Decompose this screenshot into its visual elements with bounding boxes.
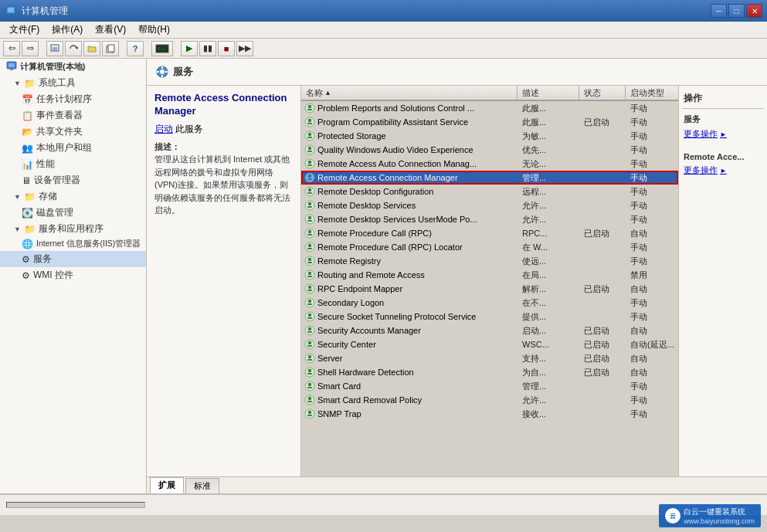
service-detail-title: Remote Access Connection Manager: [154, 92, 293, 118]
maximize-button[interactable]: □: [728, 4, 745, 18]
minimize-button[interactable]: ─: [711, 4, 727, 18]
list-item[interactable]: Server支持...已启动自动: [301, 351, 678, 365]
folder-button[interactable]: [83, 41, 100, 56]
stop-button[interactable]: ■: [218, 41, 235, 56]
service-icon: [304, 200, 315, 211]
sidebar-device-manager[interactable]: 🖥 设备管理器: [0, 172, 146, 188]
svg-rect-32: [308, 161, 311, 164]
svg-rect-35: [308, 175, 311, 178]
play-button[interactable]: ▶: [181, 41, 198, 56]
back-button[interactable]: ⇦: [3, 41, 20, 56]
sidebar-performance[interactable]: 📊 性能: [0, 156, 146, 172]
svg-rect-42: [307, 206, 312, 208]
more-actions-link[interactable]: 更多操作 ►: [682, 127, 764, 141]
list-item[interactable]: Remote Registry使远...手动: [301, 254, 678, 268]
sidebar-computer-management[interactable]: 计算机管理(本地): [0, 59, 146, 75]
menu-help[interactable]: 帮助(H): [132, 22, 176, 38]
sidebar-system-tools[interactable]: ▼ 📁 系统工具: [0, 75, 146, 91]
menu-action[interactable]: 操作(A): [46, 22, 89, 38]
svg-rect-62: [308, 300, 311, 303]
list-item[interactable]: RPC Endpoint Mapper解析...已启动自动: [301, 282, 678, 296]
list-item[interactable]: Remote Access Auto Connection Manag...无论…: [301, 157, 678, 171]
main-layout: 计算机管理(本地) ▼ 📁 系统工具 📅 任务计划程序 📋 事件查看器 📂 共享…: [0, 59, 767, 493]
forward-button[interactable]: ⇨: [22, 41, 39, 56]
service-icon: [304, 353, 315, 364]
list-item[interactable]: Quality Windows Audio Video Experience优先…: [301, 143, 678, 157]
tab-extended[interactable]: 扩展: [150, 477, 184, 493]
actions-panel-title: 操作: [682, 89, 764, 109]
sidebar-services[interactable]: ⚙ 服务: [0, 251, 146, 267]
pause-button[interactable]: ▮▮: [199, 41, 216, 56]
svg-rect-74: [308, 355, 311, 358]
list-item[interactable]: Remote Access Connection Manager管理...手动: [301, 171, 678, 185]
list-item[interactable]: Protected Storage为敏...手动: [301, 129, 678, 143]
status-bar: [0, 493, 767, 515]
services-folder-icon: 📁: [24, 224, 36, 235]
list-item[interactable]: Security Accounts Manager启动...已启动自动: [301, 324, 678, 337]
list-item[interactable]: Security CenterWSC...已启动自动(延迟...: [301, 337, 678, 351]
service-icon: [304, 408, 315, 419]
tab-standard[interactable]: 标准: [185, 478, 219, 493]
status-slider[interactable]: [6, 502, 145, 508]
restart-button[interactable]: ▶▶: [236, 41, 253, 56]
list-item[interactable]: SNMP Trap接收...手动: [301, 407, 678, 421]
menu-view[interactable]: 查看(V): [89, 22, 132, 38]
svg-rect-81: [307, 387, 312, 388]
services-list-rows: Problem Reports and Solutions Control ..…: [301, 101, 678, 476]
sidebar-disk-management[interactable]: 💽 磁盘管理: [0, 205, 146, 221]
bottom-tabs: 扩展 标准: [147, 476, 767, 493]
sidebar-label-storage: 存储: [39, 190, 57, 203]
svg-rect-60: [307, 290, 312, 291]
refresh-button[interactable]: [65, 41, 82, 56]
up-button[interactable]: [46, 41, 63, 56]
svg-rect-3: [53, 47, 57, 50]
copy-button[interactable]: [102, 41, 119, 56]
sidebar-event-viewer[interactable]: 📋 事件查看器: [0, 107, 146, 124]
event-icon: 📋: [22, 110, 33, 121]
sidebar-storage[interactable]: ▼ 📁 存储: [0, 188, 146, 205]
sidebar-task-scheduler[interactable]: 📅 任务计划程序: [0, 91, 146, 107]
list-item[interactable]: Smart Card管理...手动: [301, 379, 678, 393]
list-item[interactable]: Remote Desktop Services允许...手动: [301, 198, 678, 212]
svg-rect-36: [307, 178, 312, 180]
service-icon: [304, 381, 315, 391]
sidebar-local-users[interactable]: 👥 本地用户和组: [0, 140, 146, 156]
sidebar-label-computer: 计算机管理(本地): [20, 61, 85, 73]
svg-rect-63: [307, 303, 312, 305]
col-header-desc[interactable]: 描述: [518, 86, 579, 100]
list-item[interactable]: Remote Procedure Call (RPC)RPC...已启动自动: [301, 226, 678, 240]
list-item[interactable]: Routing and Remote Access在局...禁用: [301, 268, 678, 282]
service-icon: [304, 117, 315, 127]
sidebar-iis[interactable]: 🌐 Internet 信息服务(IIS)管理器: [0, 237, 146, 251]
more-actions-link-2[interactable]: 更多操作 ►: [682, 163, 764, 178]
sidebar-shared-folders[interactable]: 📂 共享文件夹: [0, 124, 146, 140]
list-item[interactable]: Remote Desktop Services UserMode Po...允许…: [301, 212, 678, 226]
svg-rect-20: [308, 105, 311, 108]
window-title: 计算机管理: [22, 5, 711, 18]
list-item[interactable]: Secondary Logon在不...手动: [301, 296, 678, 310]
service-icon: [304, 186, 315, 197]
list-item[interactable]: Program Compatibility Assistant Service此…: [301, 115, 678, 129]
col-header-name[interactable]: 名称 ▲: [301, 86, 518, 100]
service-start-link[interactable]: 启动 此服务: [154, 123, 293, 136]
list-item[interactable]: Remote Desktop Configuration远程...手动: [301, 185, 678, 198]
sidebar-wmi[interactable]: ⚙ WMI 控件: [0, 267, 146, 283]
close-button[interactable]: ✕: [746, 4, 762, 18]
title-bar: 计算机管理 ─ □ ✕: [0, 0, 767, 22]
sidebar-label-users: 本地用户和组: [36, 141, 92, 154]
storage-folder-icon: 📁: [24, 191, 36, 202]
list-item[interactable]: Secure Socket Tunneling Protocol Service…: [301, 310, 678, 324]
list-item[interactable]: Problem Reports and Solutions Control ..…: [301, 101, 678, 115]
list-item[interactable]: Shell Hardware Detection为自...已启动自动: [301, 365, 678, 379]
col-header-startup[interactable]: 启动类型: [626, 86, 678, 100]
console-button[interactable]: C:\: [151, 41, 173, 56]
sidebar-services-apps[interactable]: ▼ 📁 服务和应用程序: [0, 221, 146, 237]
list-item[interactable]: Remote Procedure Call (RPC) Locator在 W..…: [301, 240, 678, 254]
col-header-status[interactable]: 状态: [579, 86, 626, 100]
menu-file[interactable]: 文件(F): [3, 22, 46, 38]
help-button[interactable]: ?: [127, 41, 144, 56]
more-actions-arrow: ►: [720, 130, 727, 138]
list-item[interactable]: Smart Card Removal Policy允许...手动: [301, 393, 678, 407]
svg-rect-29: [308, 147, 311, 150]
svg-rect-72: [307, 345, 312, 347]
